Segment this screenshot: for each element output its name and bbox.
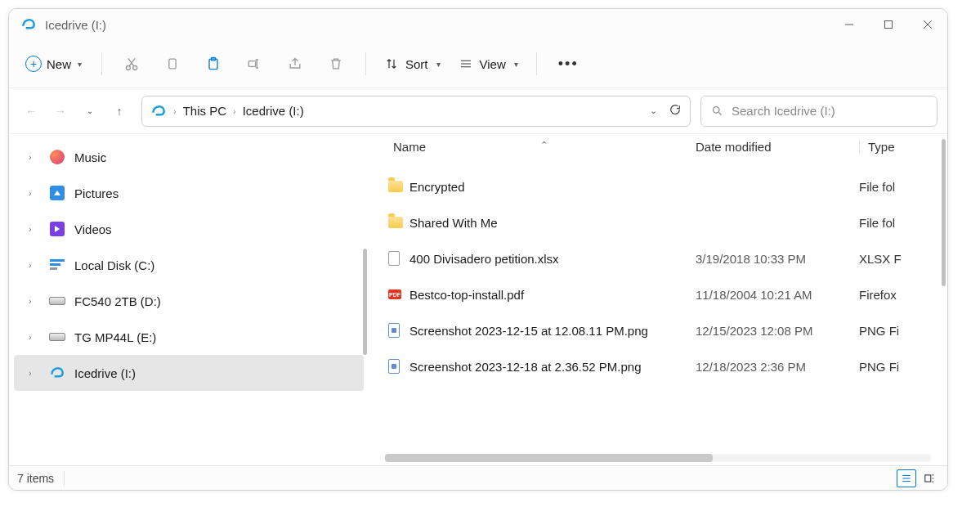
- maximize-button[interactable]: [869, 9, 908, 40]
- address-bar[interactable]: › This PC › Icedrive (I:) ⌄: [141, 96, 691, 127]
- paste-button[interactable]: [195, 47, 231, 80]
- sidebar-item-label: TG MP44L (E:): [74, 330, 156, 344]
- body: › Music› Pictures› Videos› Local Disk (C…: [9, 133, 947, 465]
- col-type[interactable]: Type: [859, 140, 947, 154]
- address-row: ← → ⌄ ↑ › This PC › Icedrive (I:) ⌄ Sear…: [9, 87, 947, 133]
- sidebar-item-label: Videos: [74, 222, 112, 236]
- app-icon: [20, 16, 37, 33]
- sidebar-item[interactable]: › Videos: [9, 211, 369, 247]
- svg-rect-1: [885, 21, 893, 29]
- sort-label: Sort: [405, 57, 428, 71]
- sidebar-item-icon: [48, 364, 66, 382]
- recent-dropdown[interactable]: ⌄: [83, 106, 97, 115]
- view-button[interactable]: View ▾: [452, 52, 525, 76]
- window-controls: [830, 9, 947, 40]
- more-button[interactable]: •••: [548, 56, 588, 73]
- sidebar-item-label: Music: [74, 150, 106, 164]
- sidebar-item-icon: [48, 292, 66, 310]
- minimize-button[interactable]: [830, 9, 869, 40]
- svg-point-13: [714, 107, 720, 114]
- chevron-down-icon: ▾: [78, 60, 82, 69]
- status-bar: 7 items: [9, 465, 947, 490]
- file-date: 11/18/2004 10:21 AM: [696, 288, 859, 302]
- sidebar-item-label: Pictures: [74, 186, 119, 200]
- svg-rect-6: [169, 59, 176, 69]
- file-type: PNG Fi: [859, 324, 947, 338]
- separator: [536, 52, 537, 75]
- chevron-right-icon: ›: [29, 260, 40, 270]
- file-row[interactable]: Screenshot 2023-12-18 at 2.36.52 PM.png …: [369, 348, 947, 384]
- file-row[interactable]: Encrypted File fol: [369, 168, 947, 204]
- breadcrumb-current[interactable]: Icedrive (I:): [243, 104, 304, 118]
- sidebar: › Music› Pictures› Videos› Local Disk (C…: [9, 134, 369, 465]
- file-name: Encrypted: [409, 180, 696, 194]
- file-icon: [388, 323, 409, 338]
- nav-arrows: ← → ⌄ ↑: [19, 105, 132, 118]
- sidebar-item-icon: [48, 148, 66, 166]
- search-icon: [711, 105, 723, 117]
- new-button[interactable]: + New ▾: [17, 51, 90, 77]
- share-button[interactable]: [277, 47, 313, 80]
- scroll-thumb[interactable]: [385, 454, 713, 462]
- file-row[interactable]: 400 Divisadero petition.xlsx 3/19/2018 1…: [369, 240, 947, 276]
- titlebar: Icedrive (I:): [9, 9, 947, 40]
- col-date[interactable]: Date modified: [696, 140, 859, 154]
- file-name: Screenshot 2023-12-18 at 2.36.52 PM.png: [409, 360, 696, 374]
- search-input[interactable]: Search Icedrive (I:): [700, 96, 937, 127]
- view-toggles: [897, 469, 939, 487]
- sidebar-scrollbar[interactable]: [363, 249, 367, 355]
- sidebar-item[interactable]: › Local Disk (C:): [9, 247, 369, 283]
- horizontal-scrollbar[interactable]: [385, 454, 931, 462]
- file-row[interactable]: PDF Bestco-top-install.pdf 11/18/2004 10…: [369, 276, 947, 312]
- forward-button[interactable]: →: [53, 105, 68, 118]
- sidebar-item[interactable]: › FC540 2TB (D:): [9, 283, 369, 319]
- chevron-right-icon: ›: [29, 296, 40, 306]
- svg-point-4: [126, 66, 130, 70]
- col-name[interactable]: Name ⌃: [393, 140, 696, 154]
- sort-button[interactable]: Sort ▾: [378, 52, 447, 76]
- sidebar-item[interactable]: › Pictures: [9, 175, 369, 211]
- columns-header: Name ⌃ Date modified Type: [369, 134, 947, 159]
- sidebar-item-label: Icedrive (I:): [74, 366, 136, 380]
- chevron-right-icon: ›: [29, 152, 40, 162]
- cut-button[interactable]: [114, 47, 150, 80]
- chevron-right-icon: ›: [29, 332, 40, 342]
- chevron-right-icon: ›: [233, 106, 236, 116]
- details-view-toggle[interactable]: [897, 469, 916, 487]
- file-type: XLSX F: [859, 252, 947, 266]
- col-type-label: Type: [868, 140, 895, 154]
- breadcrumb-thispc[interactable]: This PC: [183, 104, 226, 118]
- close-button[interactable]: [908, 9, 947, 40]
- thumbnails-view-toggle[interactable]: [920, 469, 939, 487]
- refresh-button[interactable]: [669, 103, 682, 119]
- svg-point-5: [133, 66, 137, 70]
- file-row[interactable]: Shared With Me File fol: [369, 204, 947, 240]
- dropdown-icon[interactable]: ⌄: [650, 105, 657, 116]
- svg-rect-18: [925, 474, 931, 481]
- separator: [64, 471, 65, 486]
- rename-button[interactable]: [236, 47, 272, 80]
- col-name-label: Name: [393, 140, 426, 154]
- sidebar-item[interactable]: › TG MP44L (E:): [9, 319, 369, 355]
- separator: [365, 52, 366, 75]
- file-list: Encrypted File fol Shared With Me File f…: [369, 159, 947, 454]
- file-name: Bestco-top-install.pdf: [409, 288, 696, 302]
- delete-button[interactable]: [318, 47, 354, 80]
- chevron-down-icon: ▾: [514, 60, 518, 69]
- file-type: Firefox: [859, 288, 947, 302]
- view-icon: [459, 56, 473, 71]
- svg-line-14: [718, 112, 721, 114]
- file-date: 3/19/2018 10:33 PM: [696, 252, 859, 266]
- file-row[interactable]: Screenshot 2023-12-15 at 12.08.11 PM.png…: [369, 312, 947, 348]
- file-icon: [388, 181, 409, 192]
- up-button[interactable]: ↑: [112, 105, 127, 118]
- svg-rect-9: [248, 61, 255, 67]
- sidebar-item-icon: [48, 184, 66, 202]
- sort-asc-icon: ⌃: [540, 140, 548, 150]
- sidebar-item[interactable]: › Music: [9, 139, 369, 175]
- chevron-right-icon: ›: [173, 106, 177, 116]
- chevron-down-icon: ▾: [436, 60, 441, 69]
- copy-button[interactable]: [154, 47, 190, 80]
- sidebar-item[interactable]: › Icedrive (I:): [14, 355, 364, 391]
- back-button[interactable]: ←: [24, 105, 38, 118]
